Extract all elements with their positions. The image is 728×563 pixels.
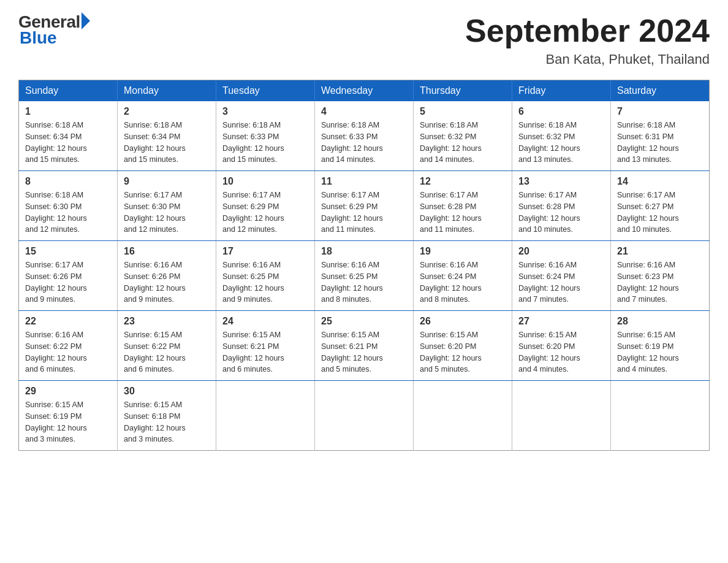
calendar-cell: 2 Sunrise: 6:18 AMSunset: 6:34 PMDayligh… [118, 101, 216, 171]
calendar-cell: 10 Sunrise: 6:17 AMSunset: 6:29 PMDaylig… [216, 171, 315, 241]
day-number: 21 [617, 246, 703, 257]
calendar-cell [414, 381, 512, 451]
day-number: 15 [25, 246, 111, 257]
day-number: 25 [321, 316, 407, 327]
day-info: Sunrise: 6:17 AMSunset: 6:30 PMDaylight:… [124, 190, 210, 236]
day-header-monday: Monday [118, 80, 216, 102]
day-info: Sunrise: 6:16 AMSunset: 6:23 PMDaylight:… [617, 259, 703, 305]
day-info: Sunrise: 6:18 AMSunset: 6:30 PMDaylight:… [25, 190, 111, 236]
calendar-cell: 30 Sunrise: 6:15 AMSunset: 6:18 PMDaylig… [118, 381, 216, 451]
page-header: General Blue September 2024 Ban Kata, Ph… [18, 12, 710, 67]
calendar-cell [611, 381, 710, 451]
day-number: 22 [25, 316, 111, 327]
day-info: Sunrise: 6:15 AMSunset: 6:18 PMDaylight:… [124, 399, 210, 445]
day-header-friday: Friday [512, 80, 611, 102]
day-info: Sunrise: 6:18 AMSunset: 6:34 PMDaylight:… [25, 120, 111, 166]
day-info: Sunrise: 6:15 AMSunset: 6:21 PMDaylight:… [321, 329, 407, 375]
calendar-table: SundayMondayTuesdayWednesdayThursdayFrid… [18, 80, 710, 451]
logo: General Blue [18, 12, 90, 48]
day-number: 26 [420, 316, 506, 327]
calendar-body: 1 Sunrise: 6:18 AMSunset: 6:34 PMDayligh… [19, 101, 710, 451]
calendar-cell [512, 381, 611, 451]
calendar-cell: 15 Sunrise: 6:17 AMSunset: 6:26 PMDaylig… [19, 241, 118, 311]
day-info: Sunrise: 6:18 AMSunset: 6:34 PMDaylight:… [124, 120, 210, 166]
day-info: Sunrise: 6:15 AMSunset: 6:22 PMDaylight:… [124, 329, 210, 375]
calendar-week-2: 8 Sunrise: 6:18 AMSunset: 6:30 PMDayligh… [19, 171, 710, 241]
day-number: 20 [518, 246, 604, 257]
calendar-week-3: 15 Sunrise: 6:17 AMSunset: 6:26 PMDaylig… [19, 241, 710, 311]
day-header-thursday: Thursday [414, 80, 512, 102]
day-info: Sunrise: 6:17 AMSunset: 6:26 PMDaylight:… [25, 259, 111, 305]
calendar-cell: 28 Sunrise: 6:15 AMSunset: 6:19 PMDaylig… [611, 311, 710, 381]
day-info: Sunrise: 6:16 AMSunset: 6:22 PMDaylight:… [25, 329, 111, 375]
calendar-cell: 19 Sunrise: 6:16 AMSunset: 6:24 PMDaylig… [414, 241, 512, 311]
calendar-cell: 3 Sunrise: 6:18 AMSunset: 6:33 PMDayligh… [216, 101, 315, 171]
day-info: Sunrise: 6:15 AMSunset: 6:21 PMDaylight:… [222, 329, 308, 375]
day-number: 24 [222, 316, 308, 327]
calendar-cell: 17 Sunrise: 6:16 AMSunset: 6:25 PMDaylig… [216, 241, 315, 311]
calendar-subtitle: Ban Kata, Phuket, Thailand [465, 52, 710, 67]
calendar-week-1: 1 Sunrise: 6:18 AMSunset: 6:34 PMDayligh… [19, 101, 710, 171]
day-header-sunday: Sunday [19, 80, 118, 102]
calendar-week-4: 22 Sunrise: 6:16 AMSunset: 6:22 PMDaylig… [19, 311, 710, 381]
calendar-cell: 29 Sunrise: 6:15 AMSunset: 6:19 PMDaylig… [19, 381, 118, 451]
day-number: 3 [222, 106, 308, 117]
day-info: Sunrise: 6:16 AMSunset: 6:25 PMDaylight:… [321, 259, 407, 305]
day-number: 17 [222, 246, 308, 257]
day-info: Sunrise: 6:16 AMSunset: 6:25 PMDaylight:… [222, 259, 308, 305]
day-header-tuesday: Tuesday [216, 80, 315, 102]
day-number: 9 [124, 176, 210, 187]
day-number: 23 [124, 316, 210, 327]
calendar-title: September 2024 [465, 12, 710, 49]
calendar-cell: 14 Sunrise: 6:17 AMSunset: 6:27 PMDaylig… [611, 171, 710, 241]
day-header-saturday: Saturday [611, 80, 710, 102]
calendar-cell [315, 381, 414, 451]
day-number: 28 [617, 316, 703, 327]
day-info: Sunrise: 6:15 AMSunset: 6:20 PMDaylight:… [518, 329, 604, 375]
day-number: 27 [518, 316, 604, 327]
calendar-cell: 26 Sunrise: 6:15 AMSunset: 6:20 PMDaylig… [414, 311, 512, 381]
day-number: 13 [518, 176, 604, 187]
calendar-cell: 12 Sunrise: 6:17 AMSunset: 6:28 PMDaylig… [414, 171, 512, 241]
day-info: Sunrise: 6:18 AMSunset: 6:32 PMDaylight:… [420, 120, 506, 166]
day-info: Sunrise: 6:17 AMSunset: 6:28 PMDaylight:… [420, 190, 506, 236]
day-info: Sunrise: 6:17 AMSunset: 6:29 PMDaylight:… [321, 190, 407, 236]
day-number: 2 [124, 106, 210, 117]
calendar-cell: 18 Sunrise: 6:16 AMSunset: 6:25 PMDaylig… [315, 241, 414, 311]
calendar-cell: 27 Sunrise: 6:15 AMSunset: 6:20 PMDaylig… [512, 311, 611, 381]
logo-blue-text: Blue [20, 28, 57, 48]
calendar-cell [216, 381, 315, 451]
day-number: 6 [518, 106, 604, 117]
day-info: Sunrise: 6:15 AMSunset: 6:19 PMDaylight:… [617, 329, 703, 375]
calendar-cell: 7 Sunrise: 6:18 AMSunset: 6:31 PMDayligh… [611, 101, 710, 171]
day-number: 4 [321, 106, 407, 117]
calendar-cell: 24 Sunrise: 6:15 AMSunset: 6:21 PMDaylig… [216, 311, 315, 381]
day-number: 18 [321, 246, 407, 257]
day-info: Sunrise: 6:16 AMSunset: 6:24 PMDaylight:… [420, 259, 506, 305]
calendar-cell: 22 Sunrise: 6:16 AMSunset: 6:22 PMDaylig… [19, 311, 118, 381]
day-info: Sunrise: 6:15 AMSunset: 6:20 PMDaylight:… [420, 329, 506, 375]
day-info: Sunrise: 6:16 AMSunset: 6:24 PMDaylight:… [518, 259, 604, 305]
day-number: 12 [420, 176, 506, 187]
calendar-cell: 25 Sunrise: 6:15 AMSunset: 6:21 PMDaylig… [315, 311, 414, 381]
day-number: 29 [25, 386, 111, 397]
calendar-cell: 6 Sunrise: 6:18 AMSunset: 6:32 PMDayligh… [512, 101, 611, 171]
day-info: Sunrise: 6:17 AMSunset: 6:28 PMDaylight:… [518, 190, 604, 236]
calendar-cell: 5 Sunrise: 6:18 AMSunset: 6:32 PMDayligh… [414, 101, 512, 171]
title-section: September 2024 Ban Kata, Phuket, Thailan… [465, 12, 710, 67]
day-number: 8 [25, 176, 111, 187]
calendar-cell: 4 Sunrise: 6:18 AMSunset: 6:33 PMDayligh… [315, 101, 414, 171]
calendar-cell: 16 Sunrise: 6:16 AMSunset: 6:26 PMDaylig… [118, 241, 216, 311]
day-header-wednesday: Wednesday [315, 80, 414, 102]
day-number: 1 [25, 106, 111, 117]
day-number: 5 [420, 106, 506, 117]
day-info: Sunrise: 6:18 AMSunset: 6:33 PMDaylight:… [321, 120, 407, 166]
day-number: 10 [222, 176, 308, 187]
day-number: 11 [321, 176, 407, 187]
day-number: 19 [420, 246, 506, 257]
calendar-cell: 8 Sunrise: 6:18 AMSunset: 6:30 PMDayligh… [19, 171, 118, 241]
day-info: Sunrise: 6:16 AMSunset: 6:26 PMDaylight:… [124, 259, 210, 305]
calendar-cell: 23 Sunrise: 6:15 AMSunset: 6:22 PMDaylig… [118, 311, 216, 381]
day-info: Sunrise: 6:18 AMSunset: 6:31 PMDaylight:… [617, 120, 703, 166]
calendar-cell: 20 Sunrise: 6:16 AMSunset: 6:24 PMDaylig… [512, 241, 611, 311]
